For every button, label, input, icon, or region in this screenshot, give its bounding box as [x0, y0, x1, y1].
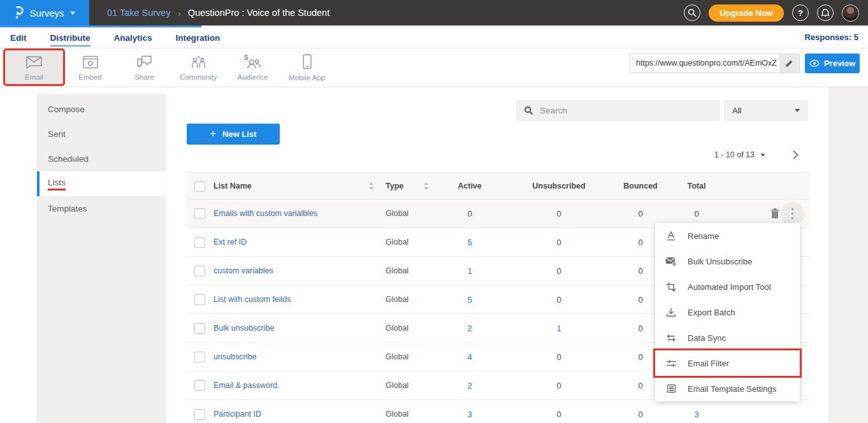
chevron-down-icon[interactable]	[760, 154, 765, 157]
plus-icon: +	[210, 128, 216, 140]
search-icon	[688, 8, 697, 17]
row-checkbox[interactable]	[194, 380, 205, 391]
column-header-bounced[interactable]: Bounced	[615, 182, 666, 190]
row-checkbox[interactable]	[194, 266, 205, 276]
breadcrumb-separator-icon: ›	[178, 8, 181, 18]
nav-tabs: EditDistributeAnalyticsIntegration	[10, 27, 220, 48]
automated-import-icon	[665, 282, 677, 292]
column-header-type[interactable]: Type	[386, 182, 403, 190]
row-checkbox[interactable]	[194, 352, 205, 362]
menu-item-bulk-unsubscribe[interactable]: Bulk Unsubscribe	[655, 248, 800, 274]
menu-item-data-sync[interactable]: Data Sync	[655, 325, 800, 350]
sidebar-item-compose[interactable]: Compose	[37, 97, 166, 122]
breadcrumb-survey-name[interactable]: 01 Take Survey	[107, 8, 171, 18]
tab-distribute[interactable]: Distribute	[50, 33, 90, 43]
product-label: Surveys	[29, 8, 64, 18]
sidebar-item-templates[interactable]: Templates	[37, 196, 166, 221]
channel-audience[interactable]: $Audience	[226, 50, 280, 84]
menu-item-email-filter[interactable]: Email Filter	[655, 350, 800, 376]
column-header-unsubscribed[interactable]: Unsubscribed	[527, 182, 591, 190]
sidebar-item-sent[interactable]: Sent	[37, 122, 166, 147]
menu-item-label: Data Sync	[688, 333, 726, 343]
list-type: Global	[386, 324, 409, 333]
count-bounced: 0	[615, 209, 666, 219]
list-name-link[interactable]: Ext ref ID	[213, 238, 247, 247]
channel-embed[interactable]: Embed	[63, 50, 117, 84]
row-checkbox[interactable]	[194, 323, 205, 334]
list-name-link[interactable]: Participant ID	[213, 410, 261, 419]
list-filter-dropdown[interactable]: All	[724, 100, 808, 121]
count-active: 4	[447, 352, 492, 362]
row-checkbox[interactable]	[194, 208, 205, 219]
row-menu-button[interactable]	[781, 202, 804, 226]
upgrade-now-button[interactable]: Upgrade Now	[709, 4, 784, 22]
list-type: Global	[386, 352, 409, 361]
tab-integration[interactable]: Integration	[176, 33, 221, 43]
channel-share[interactable]: Share	[117, 50, 171, 84]
channel-bar: EmailEmbedShareCommunity$AudienceMobile …	[5, 50, 334, 84]
list-name-link[interactable]: List with custom feilds	[213, 295, 291, 304]
menu-item-label: Automated Import Tool	[688, 282, 771, 292]
menu-item-automated-import-tool[interactable]: Automated Import Tool	[655, 274, 800, 299]
notifications-button[interactable]	[817, 4, 834, 21]
list-name-link[interactable]: unsubscribe	[213, 352, 256, 361]
channel-email[interactable]: Email	[5, 50, 63, 84]
edit-url-button[interactable]	[779, 54, 799, 73]
sort-icon[interactable]	[423, 182, 429, 190]
row-checkbox[interactable]	[194, 237, 205, 248]
row-checkbox[interactable]	[194, 294, 205, 305]
tab-label: Analytics	[114, 33, 152, 43]
sidebar-item-scheduled[interactable]: Scheduled	[37, 147, 166, 171]
menu-item-label: Email Filter	[688, 359, 729, 368]
channel-label: Share	[134, 73, 154, 81]
count-unsubscribed: 0	[527, 381, 591, 391]
select-all-checkbox[interactable]	[194, 181, 205, 192]
count-total: 0	[671, 209, 722, 219]
bell-icon	[821, 8, 830, 18]
sort-icon[interactable]	[368, 182, 374, 190]
survey-url-value[interactable]: https://www.questionpro.com/t/AEmOxZ	[630, 54, 779, 73]
column-header-active[interactable]: Active	[447, 182, 492, 190]
row-checkbox[interactable]	[194, 409, 205, 420]
filter-value: All	[732, 106, 741, 115]
channel-label: Community	[180, 73, 217, 81]
menu-item-email-template-settings[interactable]: Email Template Settings	[655, 376, 800, 401]
search-button[interactable]	[684, 4, 700, 21]
column-header-total[interactable]: Total	[671, 182, 722, 190]
email-icon	[25, 54, 43, 70]
tab-analytics[interactable]: Analytics	[114, 33, 152, 43]
menu-item-export-batch[interactable]: Export Batch	[655, 299, 800, 325]
surveys-product-switcher[interactable]: Surveys	[0, 0, 89, 25]
trash-icon[interactable]	[770, 208, 780, 220]
sidebar-item-lists[interactable]: Lists	[37, 171, 166, 196]
embed-icon	[82, 54, 99, 70]
list-name-link[interactable]: Bulk unsubscribe	[213, 324, 274, 333]
next-page-button[interactable]	[792, 150, 799, 160]
export-batch-icon	[665, 307, 677, 317]
sidebar-item-label: Templates	[48, 204, 87, 213]
user-avatar[interactable]	[842, 4, 859, 22]
chevron-down-icon	[70, 11, 75, 15]
pencil-icon	[785, 59, 793, 68]
responses-count[interactable]: Responses: 5	[804, 32, 858, 42]
tab-label: Distribute	[50, 33, 90, 47]
list-name-link[interactable]: Email & password.	[213, 381, 280, 390]
new-list-button[interactable]: + New List	[187, 124, 280, 145]
channel-community[interactable]: Community	[171, 50, 226, 84]
help-button[interactable]: ?	[792, 4, 809, 21]
menu-item-rename[interactable]: Rename	[655, 223, 800, 248]
list-name-link[interactable]: Emails with custom varialbles	[213, 209, 317, 218]
search-input[interactable]	[540, 106, 712, 115]
count-unsubscribed: 0	[527, 410, 591, 419]
count-total: 3	[671, 410, 722, 419]
list-name-link[interactable]: custom variables	[213, 266, 273, 275]
preview-button[interactable]: Preview	[805, 54, 860, 73]
channel-mobile-app[interactable]: Mobile App	[280, 50, 334, 84]
column-header-list-name[interactable]: List Name	[213, 182, 252, 190]
chevron-down-icon	[795, 109, 800, 112]
channel-label: Embed	[78, 73, 101, 81]
list-search-box	[516, 100, 720, 121]
pagination-range[interactable]: 1 - 10 of 13	[714, 150, 755, 159]
tab-edit[interactable]: Edit	[10, 33, 27, 43]
email-sidebar: ComposeSentScheduledListsTemplates	[37, 94, 166, 423]
